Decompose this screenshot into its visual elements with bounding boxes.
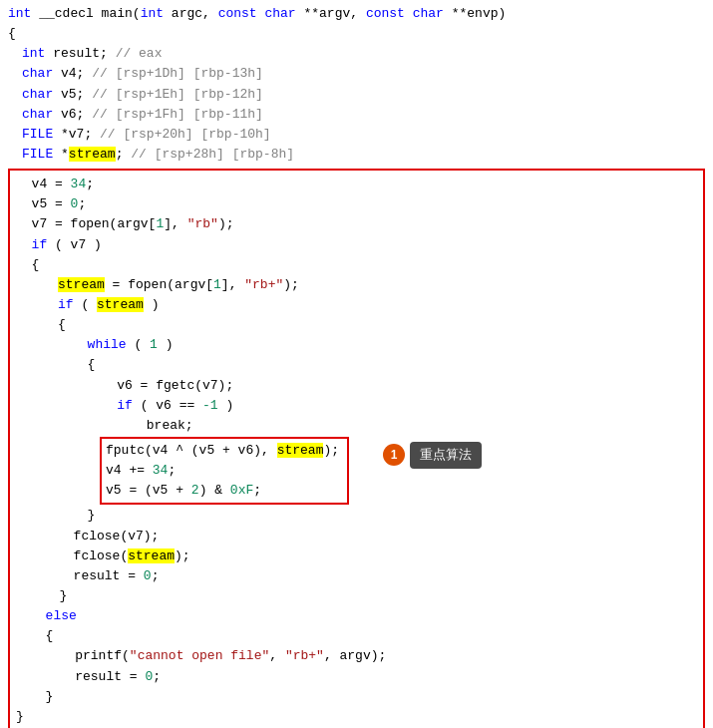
brace1-close: } xyxy=(16,707,695,727)
var-v7: FILE *v7; // [rsp+20h] [rbp-10h] xyxy=(8,125,705,145)
brace4-open: { xyxy=(16,626,695,646)
fclose-v7: fclose(v7); xyxy=(16,527,695,546)
result-zero2: result = 0; xyxy=(16,667,695,687)
fclose-stream: fclose(stream); xyxy=(16,546,695,566)
break-stmt: break; xyxy=(16,416,695,436)
var-v5: char v5; // [rsp+1Eh] [rbp-12h] xyxy=(8,85,705,105)
if-v6: if ( v6 == -1 ) xyxy=(16,396,695,416)
v5-update: v5 = (v5 + 2) & 0xF; xyxy=(106,481,339,501)
var-stream: FILE *stream; // [rsp+28h] [rbp-8h] xyxy=(8,145,705,165)
v4-update: v4 += 34; xyxy=(106,461,339,481)
code-window: int __cdecl main(int argc, const char **… xyxy=(0,0,713,728)
v5-assign: v5 = 0; xyxy=(16,194,695,214)
v6-fgetc: v6 = fgetc(v7); xyxy=(16,376,695,396)
if-v7: if ( v7 ) xyxy=(16,235,695,255)
printf-line: printf("cannot open file", "rb+", argv); xyxy=(16,646,695,666)
var-result: int result; // eax xyxy=(8,44,705,64)
else-stmt: else xyxy=(16,606,695,626)
v7-fopen: v7 = fopen(argv[1], "rb"); xyxy=(16,214,695,234)
fputc-line: fputc(v4 ^ (v5 + v6), stream); xyxy=(106,441,339,461)
result-zero: result = 0; xyxy=(16,566,695,586)
brace3-open: { xyxy=(16,355,695,375)
brace4-close: } xyxy=(16,687,695,707)
brace3-close: } xyxy=(16,506,695,526)
algorithm-block: v4 = 34; v5 = 0; v7 = fopen(argv[1], "rb… xyxy=(8,169,705,728)
annotation: 1 重点算法 xyxy=(383,442,482,469)
if-stream: if ( stream ) xyxy=(16,295,695,315)
var-v6: char v6; // [rsp+1Fh] [rbp-11h] xyxy=(8,105,705,125)
open-brace-main: { xyxy=(8,24,705,44)
var-v4: char v4; // [rsp+1Dh] [rbp-13h] xyxy=(8,64,705,84)
badge-number: 1 xyxy=(383,444,405,466)
v4-assign: v4 = 34; xyxy=(16,175,695,194)
while-1: while ( 1 ) xyxy=(16,335,695,355)
brace1-open: { xyxy=(16,255,695,275)
func-signature: int __cdecl main(int argc, const char **… xyxy=(8,4,705,24)
brace2-close: } xyxy=(16,586,695,606)
inner-algorithm-box: fputc(v4 ^ (v5 + v6), stream); v4 += 34;… xyxy=(100,437,349,505)
badge-label: 重点算法 xyxy=(410,442,482,469)
brace2-open: { xyxy=(16,315,695,335)
stream-fopen: stream = fopen(argv[1], "rb+"); xyxy=(16,275,695,295)
